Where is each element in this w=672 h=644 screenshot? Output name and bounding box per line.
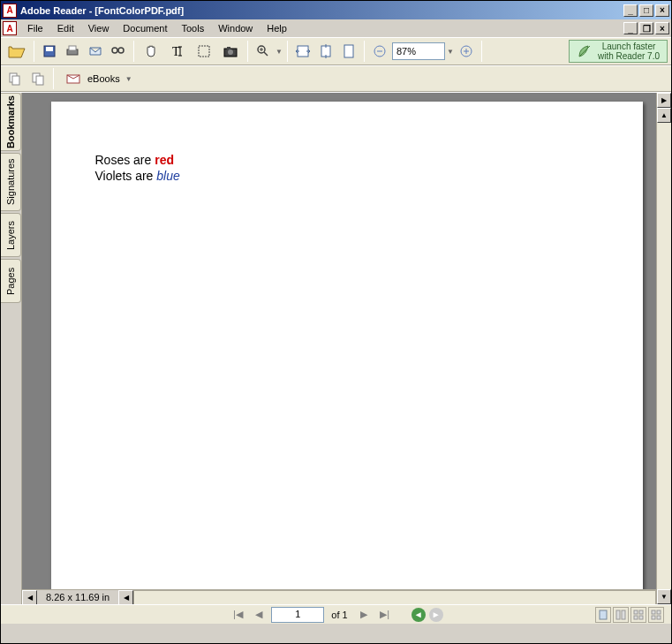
- hscroll-left[interactable]: ◀: [118, 590, 133, 605]
- svg-point-5: [118, 48, 124, 53]
- app-icon: A: [3, 4, 17, 18]
- menu-edit[interactable]: Edit: [50, 21, 81, 35]
- hand-tool-button[interactable]: [139, 39, 163, 64]
- svg-rect-38: [652, 616, 655, 619]
- svg-rect-33: [639, 610, 643, 614]
- ebooks-button[interactable]: eBooks ▼: [58, 69, 140, 88]
- close-button[interactable]: ×: [655, 4, 669, 17]
- first-page-button[interactable]: |◀: [229, 607, 246, 623]
- copy-button[interactable]: [4, 68, 26, 89]
- continuous-facing-view-button[interactable]: [648, 607, 664, 623]
- snapshot-button[interactable]: [218, 39, 243, 64]
- single-page-view-button[interactable]: [595, 607, 611, 623]
- document-area: Roses are red Violets are blue ▶ ▲ ▼ ◀ 8…: [22, 93, 671, 604]
- svg-rect-1: [46, 47, 53, 51]
- svg-rect-37: [657, 610, 661, 614]
- zoom-in-button[interactable]: [253, 41, 274, 62]
- hscroll-track[interactable]: [133, 590, 656, 605]
- svg-rect-25: [12, 76, 19, 85]
- search-button[interactable]: [108, 41, 129, 62]
- scroll-track[interactable]: [657, 123, 671, 589]
- menu-bar: A File Edit View Document Tools Window H…: [1, 19, 671, 37]
- back-button[interactable]: ◄: [412, 608, 426, 622]
- bottom-ruler: ◀ 8.26 x 11.69 in ◀ ▶: [22, 589, 671, 604]
- email-button[interactable]: [85, 41, 106, 62]
- continuous-view-button[interactable]: [613, 607, 629, 623]
- scroll-right-arrow-icon[interactable]: ▶: [657, 93, 671, 108]
- print-button[interactable]: [62, 41, 83, 62]
- side-panel: Bookmarks Signatures Layers Pages: [1, 93, 22, 604]
- forward-button[interactable]: ►: [429, 608, 443, 622]
- ebooks-icon: [66, 72, 82, 85]
- svg-point-4: [112, 48, 117, 53]
- zoom-in-plus-button[interactable]: [456, 41, 477, 62]
- svg-rect-39: [657, 616, 661, 619]
- save-button[interactable]: [39, 41, 60, 62]
- zoom-input[interactable]: 87%: [392, 42, 445, 60]
- minimize-button[interactable]: _: [623, 4, 638, 17]
- svg-rect-11: [227, 47, 230, 49]
- doc-minimize-button[interactable]: _: [623, 22, 638, 34]
- doc-restore-button[interactable]: ❐: [639, 22, 653, 34]
- main-area: Bookmarks Signatures Layers Pages Roses …: [1, 92, 671, 604]
- dropdown-arrow-icon[interactable]: ▼: [276, 48, 283, 56]
- svg-rect-27: [36, 76, 43, 85]
- leaf-icon: [577, 43, 593, 59]
- last-page-button[interactable]: ▶|: [376, 607, 394, 623]
- prev-page-button[interactable]: ◀: [250, 607, 268, 623]
- doc-close-button[interactable]: ×: [655, 22, 669, 34]
- svg-line-13: [264, 52, 268, 56]
- title-bar: A Adobe Reader - [FontColorPDF.pdf] _ □ …: [1, 1, 671, 19]
- content-line-1: Roses are red: [95, 153, 599, 167]
- fit-page-button[interactable]: [315, 41, 336, 62]
- text-select-button[interactable]: T: [165, 39, 190, 64]
- svg-rect-36: [652, 610, 655, 614]
- svg-rect-31: [622, 610, 625, 619]
- sidetab-pages[interactable]: Pages: [1, 259, 21, 303]
- scroll-up-button[interactable]: ▲: [657, 108, 671, 123]
- menu-help[interactable]: Help: [260, 21, 294, 35]
- page-viewport[interactable]: Roses are red Violets are blue: [22, 93, 671, 589]
- page-number-input[interactable]: 1: [271, 607, 324, 623]
- svg-rect-34: [634, 616, 638, 619]
- sidetab-layers[interactable]: Layers: [1, 213, 21, 257]
- page-dimensions: 8.26 x 11.69 in: [37, 592, 118, 602]
- svg-rect-30: [616, 610, 620, 619]
- facing-view-button[interactable]: [630, 607, 646, 623]
- scroll-down-button[interactable]: ▼: [657, 589, 671, 604]
- window-title: Adobe Reader - [FontColorPDF.pdf]: [20, 5, 623, 16]
- page-of-label: of 1: [328, 610, 351, 620]
- dropdown-arrow-icon[interactable]: ▼: [447, 48, 454, 56]
- actual-size-button[interactable]: [338, 41, 359, 62]
- sidetab-bookmarks[interactable]: Bookmarks: [1, 93, 21, 151]
- secondary-toolbar: eBooks ▼: [1, 65, 671, 92]
- fit-width-button[interactable]: [292, 41, 313, 62]
- svg-rect-32: [634, 610, 638, 614]
- promo-launch-faster[interactable]: Launch fasterwith Reader 7.0: [569, 40, 668, 63]
- sidetab-signatures[interactable]: Signatures: [1, 153, 21, 211]
- pdf-page: Roses are red Violets are blue: [51, 102, 643, 589]
- svg-rect-8: [199, 46, 209, 57]
- svg-point-10: [228, 49, 233, 55]
- vertical-scrollbar[interactable]: ▶ ▲ ▼: [656, 93, 671, 604]
- pager-bar: |◀ ◀ 1 of 1 ▶ ▶| ◄ ►: [1, 604, 671, 624]
- svg-rect-29: [600, 610, 607, 619]
- menu-view[interactable]: View: [81, 21, 117, 35]
- menu-window[interactable]: Window: [211, 21, 260, 35]
- next-page-button[interactable]: ▶: [355, 607, 373, 623]
- maximize-button[interactable]: □: [639, 4, 653, 17]
- zoom-out-button[interactable]: [369, 41, 390, 62]
- svg-rect-35: [639, 616, 643, 619]
- hscroll-left-end[interactable]: ◀: [22, 590, 37, 605]
- main-toolbar: T ▼ 87% ▼ Launch fasterwith Reader 7.0: [1, 37, 671, 65]
- content-line-2: Violets are blue: [95, 169, 599, 183]
- menu-document[interactable]: Document: [116, 21, 174, 35]
- doc-icon: A: [3, 21, 17, 35]
- svg-rect-3: [69, 46, 76, 50]
- paste-button[interactable]: [27, 68, 49, 89]
- select-button[interactable]: [192, 39, 216, 64]
- menu-file[interactable]: File: [20, 21, 50, 35]
- open-button[interactable]: [4, 39, 29, 64]
- svg-rect-18: [344, 45, 353, 57]
- menu-tools[interactable]: Tools: [175, 21, 212, 35]
